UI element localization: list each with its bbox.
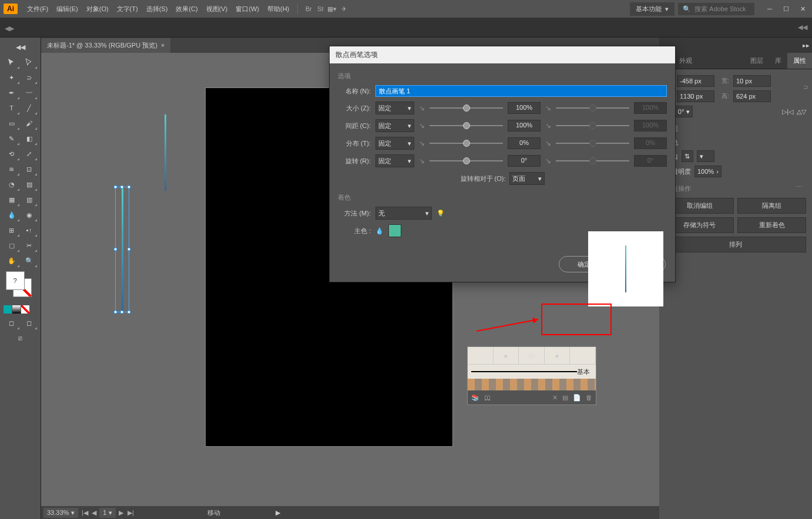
perspective-tool[interactable]: ▨ — [21, 177, 38, 191]
collapse-tools-icon[interactable]: ◀◀ — [12, 40, 29, 54]
prev-artboard-button[interactable]: ◀ — [90, 508, 98, 517]
graph-tool[interactable]: ▪↑ — [21, 223, 38, 237]
rotation-mode-dropdown[interactable]: 固定▾ — [375, 154, 414, 167]
panel-collapse-icon[interactable]: ◀◀ — [798, 23, 807, 31]
menu-type[interactable]: 文字(T) — [113, 2, 142, 16]
y-input[interactable] — [677, 90, 714, 102]
delete-brush-icon[interactable]: 🗑 — [586, 394, 592, 402]
symbol-sprayer-tool[interactable]: ⊞ — [4, 223, 20, 237]
menu-help[interactable]: 帮助(H) — [264, 2, 293, 16]
transform-more-icon[interactable]: ⋯ — [796, 110, 803, 118]
brush-name-input[interactable] — [375, 85, 667, 97]
eyedropper-tool[interactable]: 💧 — [4, 208, 20, 222]
shaper-tool[interactable]: ✎ — [4, 132, 20, 146]
zoom-level-dropdown[interactable]: 33.33%▾ — [43, 508, 78, 518]
status-play-icon[interactable]: ▶ — [276, 509, 280, 517]
stroke-weight-dropdown[interactable]: ▾ — [697, 150, 714, 162]
remove-stroke-icon[interactable]: ✕ — [552, 394, 558, 402]
artboard-number[interactable]: 1▾ — [99, 508, 116, 518]
flip-h-icon[interactable]: ▷|◁ — [782, 108, 793, 116]
angle-input[interactable]: 0°▾ — [675, 106, 693, 117]
brush-preset-dot1[interactable]: · — [468, 347, 494, 364]
stock-icon[interactable]: St — [314, 3, 326, 15]
arrange-button[interactable]: 排列 — [665, 237, 806, 252]
isolate-button[interactable]: 隔离组 — [737, 198, 806, 214]
gpu-icon[interactable]: ✈ — [338, 3, 350, 15]
close-button[interactable]: ✕ — [797, 5, 808, 13]
draw-mode-behind[interactable]: ◻ — [21, 316, 38, 330]
menu-edit[interactable]: 编辑(E) — [53, 2, 82, 16]
next-artboard-button[interactable]: ▶ — [117, 508, 125, 517]
menu-window[interactable]: 窗口(W) — [232, 2, 263, 16]
brush-preset-dot2[interactable]: ● — [494, 347, 519, 364]
selected-object[interactable] — [116, 188, 128, 311]
rotate-tool[interactable]: ⟲ — [4, 147, 20, 161]
brush-preset-oval1[interactable]: ⬭ — [519, 347, 545, 364]
workspace-switcher[interactable]: 基本功能▾ — [630, 2, 675, 16]
last-artboard-button[interactable]: ▶| — [126, 508, 135, 517]
layers-tab[interactable]: 图层 — [744, 53, 769, 69]
brush-preset-dot3[interactable]: ● — [545, 347, 571, 364]
arrange-docs-icon[interactable]: ▦▾ — [326, 3, 338, 15]
width-input[interactable] — [733, 75, 771, 87]
recolor-button[interactable]: 重新着色 — [737, 217, 806, 233]
scatter-value[interactable]: 0% — [508, 137, 541, 149]
color-mode-icon[interactable] — [4, 305, 12, 314]
menu-effect[interactable]: 效果(C) — [172, 2, 201, 16]
rotation-relative-dropdown[interactable]: 页面▾ — [509, 172, 545, 185]
height-input[interactable] — [733, 90, 771, 102]
menu-object[interactable]: 对象(O) — [83, 2, 112, 16]
link-wh-icon[interactable]: ⊃ — [803, 83, 808, 91]
draw-mode-normal[interactable]: ◻ — [4, 316, 20, 330]
minimize-button[interactable]: ─ — [764, 5, 776, 13]
search-stock-input[interactable]: 🔍搜索 Adobe Stock — [678, 3, 754, 15]
key-color-swatch[interactable] — [388, 224, 401, 237]
shape-builder-tool[interactable]: ◔ — [4, 177, 20, 191]
brush-pattern-row[interactable] — [468, 379, 596, 390]
gradient-tool[interactable]: ▥ — [21, 193, 38, 207]
x-input[interactable] — [677, 75, 714, 87]
eraser-tool[interactable]: ◧ — [21, 132, 38, 146]
paintbrush-tool[interactable]: 🖌 — [21, 116, 38, 130]
fill-stroke-swatch[interactable]: ? — [6, 271, 35, 301]
spacing-value[interactable]: 100% — [508, 120, 541, 132]
first-artboard-button[interactable]: |◀ — [80, 508, 89, 517]
blend-tool[interactable]: ◉ — [21, 208, 38, 222]
size-slider[interactable] — [430, 107, 503, 109]
stroke-weight-stepper[interactable]: ⇅ — [682, 150, 693, 162]
bridge-icon[interactable]: Br — [303, 3, 314, 15]
width-tool[interactable]: ≋ — [4, 162, 20, 176]
mesh-tool[interactable]: ▦ — [4, 193, 20, 207]
panel-collapse-icon[interactable]: ▸▸ — [803, 42, 810, 49]
slice-tool[interactable]: ✂ — [21, 238, 38, 252]
rectangle-tool[interactable]: ▭ — [4, 116, 20, 130]
menu-view[interactable]: 视图(V) — [203, 2, 231, 16]
hand-tool[interactable]: ✋ — [4, 254, 20, 268]
document-tab[interactable]: 未标题-1* @ 33.33% (RGB/GPU 预览)× — [41, 38, 170, 53]
zoom-tool[interactable]: 🔍 — [21, 254, 38, 268]
maximize-button[interactable]: ☐ — [780, 5, 792, 13]
brush-options-icon[interactable]: ▤ — [562, 394, 568, 402]
brush-libraries-menu-icon[interactable]: 🕮 — [484, 394, 491, 401]
brush-basic-stroke[interactable]: 基本 — [468, 365, 596, 379]
new-brush-icon[interactable]: 📄 — [573, 394, 581, 402]
selection-tool[interactable] — [4, 55, 20, 69]
spacing-slider[interactable] — [430, 125, 503, 126]
control-bar-toggle[interactable]: ◀▶ — [5, 25, 11, 31]
free-transform-tool[interactable]: ⊡ — [21, 162, 38, 176]
lasso-tool[interactable]: ⊃ — [21, 70, 38, 85]
brush-library-icon[interactable]: 📚 — [471, 394, 479, 402]
rotation-slider[interactable] — [430, 160, 503, 161]
direct-selection-tool[interactable] — [21, 55, 38, 69]
appearance-more-icon[interactable]: ⋯ — [796, 183, 803, 191]
properties-tab[interactable]: 属性 — [787, 53, 812, 69]
gradient-mode-icon[interactable] — [12, 305, 21, 314]
line-tool[interactable]: ╱ — [21, 101, 38, 115]
pen-tool[interactable]: ✒ — [4, 86, 20, 100]
rotation-value[interactable]: 0° — [508, 155, 541, 167]
screen-mode[interactable]: ⎚ — [12, 331, 29, 345]
magic-wand-tool[interactable]: ✦ — [4, 70, 20, 85]
curvature-tool[interactable]: 〰 — [21, 86, 38, 100]
scatter-mode-dropdown[interactable]: 固定▾ — [375, 137, 414, 150]
eyedropper-icon[interactable]: 💧 — [375, 227, 384, 235]
